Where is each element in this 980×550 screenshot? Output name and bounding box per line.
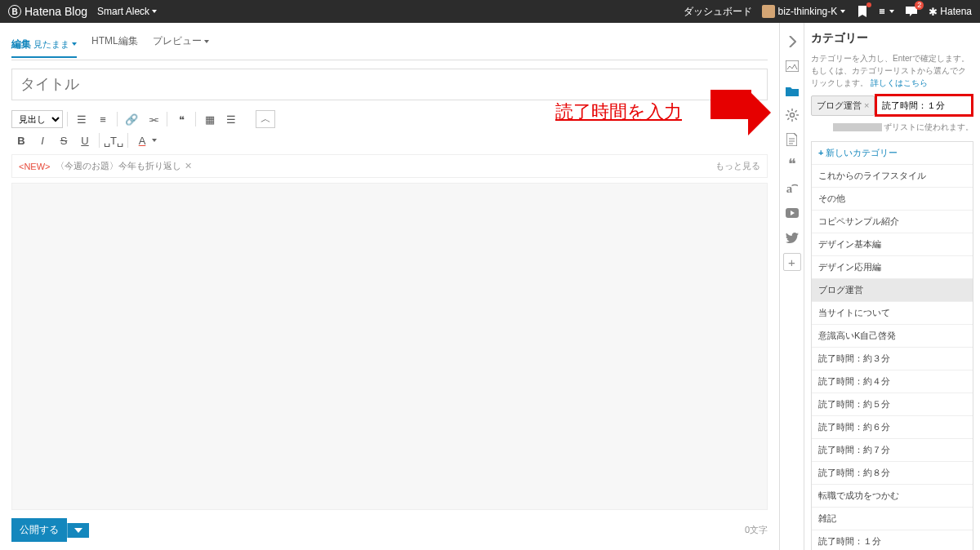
category-item[interactable]: 転職で成功をつかむ: [812, 485, 973, 508]
category-item[interactable]: 読了時間：約５分: [812, 393, 973, 416]
add-rail-icon[interactable]: +: [783, 253, 801, 271]
svg-rect-2: [884, 9, 885, 11]
tag-input-highlight: [875, 94, 973, 117]
youtube-icon[interactable]: [780, 201, 804, 225]
title-input[interactable]: [11, 69, 768, 100]
panel-title: カテゴリー: [811, 31, 973, 46]
svg-rect-4: [881, 11, 883, 12]
tab-edit-mode: 見たまま: [33, 38, 69, 51]
underline-icon[interactable]: U: [75, 131, 95, 149]
hatena-link[interactable]: ✱ Hatena: [929, 6, 972, 18]
user-menu[interactable]: biz-thinking-K: [762, 5, 846, 18]
category-item[interactable]: これからのライフスタイル: [812, 165, 973, 188]
editor-column: 編集 見たまま HTML編集 プレビュー 見出し ☰ ≡ 🔗 ⫘: [0, 23, 779, 550]
caret-down-icon: [204, 40, 209, 43]
tag-input-row: ブログ運営 ×: [811, 94, 973, 117]
blog-name-dropdown[interactable]: Smart Aleck: [97, 6, 157, 17]
category-item[interactable]: デザイン基本編: [812, 233, 973, 256]
hatena-brand: Hatena: [940, 6, 972, 17]
heading-select[interactable]: 見出し: [11, 110, 63, 128]
title-row: [11, 69, 768, 100]
char-count: 0文字: [745, 524, 768, 536]
chevron-right-icon[interactable]: [780, 29, 804, 54]
tag-chip[interactable]: ブログ運営 ×: [811, 95, 875, 116]
promo-new-label: <NEW>: [19, 162, 51, 171]
category-item[interactable]: コピペサンプル紹介: [812, 211, 973, 233]
category-list: 新しいカテゴリー これからのライフスタイルその他コピペサンプル紹介デザイン基本編…: [811, 141, 973, 550]
category-item[interactable]: 意識高いK自己啓発: [812, 325, 973, 348]
quote-icon[interactable]: ❝: [172, 110, 191, 128]
hatena-logo-icon: B: [8, 5, 21, 18]
dashboard-link[interactable]: ダッシュボード: [684, 5, 752, 19]
table-icon[interactable]: ▦: [200, 110, 220, 128]
hatena-blog-logo[interactable]: B Hatena Blog: [8, 5, 87, 18]
blog-name-label: Smart Aleck: [97, 6, 149, 17]
tag-remove-icon[interactable]: ×: [864, 100, 869, 110]
category-panel: カテゴリー カテゴリーを入力し、Enterで確定します。もしくは、カテゴリーリス…: [804, 23, 980, 550]
category-item[interactable]: 読了時間：１分: [812, 530, 973, 550]
amazon-icon[interactable]: a⁀: [780, 176, 804, 201]
document-icon[interactable]: [780, 127, 804, 152]
numbered-list-icon[interactable]: ≡: [93, 110, 113, 128]
tab-edit-label: 編集: [11, 38, 31, 51]
tab-html[interactable]: HTML編集: [91, 34, 138, 53]
promo-more-link[interactable]: もっと見る: [715, 160, 760, 172]
caret-down-icon: [72, 42, 77, 46]
svg-rect-3: [880, 11, 881, 12]
tab-preview-label: プレビュー: [153, 34, 202, 48]
tag-chip-label: ブログ運営: [817, 100, 862, 112]
font-size-icon[interactable]: ␣T␣: [104, 131, 123, 149]
font-color-icon[interactable]: A: [132, 131, 152, 149]
notification-icon[interactable]: 2: [904, 4, 919, 19]
bold-icon[interactable]: B: [11, 131, 31, 149]
category-item[interactable]: 当サイトについて: [812, 302, 973, 325]
panel-note-text: ずリストに使われます。: [884, 122, 973, 131]
twitter-icon[interactable]: [780, 225, 804, 250]
gear-icon[interactable]: [780, 103, 804, 127]
svg-rect-7: [881, 12, 883, 14]
collapse-toolbar-icon[interactable]: ︿: [256, 110, 275, 128]
bullet-list-icon[interactable]: ☰: [72, 110, 91, 128]
grey-block: [833, 123, 882, 131]
notif-badge: 2: [915, 1, 924, 10]
link-icon[interactable]: 🔗: [122, 110, 141, 128]
unlink-icon[interactable]: ⫘: [143, 110, 163, 128]
category-item[interactable]: 読了時間：約７分: [812, 439, 973, 462]
apps-grid-icon[interactable]: [880, 4, 894, 19]
category-input[interactable]: [879, 98, 969, 113]
category-item[interactable]: その他: [812, 188, 973, 211]
category-item[interactable]: 雑記: [812, 508, 973, 530]
publish-options-button[interactable]: [67, 523, 89, 538]
bookmark-icon[interactable]: [855, 4, 870, 19]
close-icon[interactable]: ✕: [185, 161, 192, 171]
format-toolbar: 見出し ☰ ≡ 🔗 ⫘ ❝ ▦ ☰ ︿ B I S U: [11, 109, 768, 154]
logo-text: Hatena Blog: [24, 5, 87, 18]
category-item[interactable]: デザイン応用編: [812, 256, 973, 279]
caret-down-icon: [889, 10, 894, 13]
tab-preview[interactable]: プレビュー: [153, 34, 209, 53]
category-item[interactable]: 読了時間：約８分: [812, 462, 973, 485]
quote-rail-icon[interactable]: ❝: [780, 152, 804, 176]
promo-banner: <NEW> 〈今週のお題〉今年も折り返し ✕ もっと見る: [11, 154, 768, 178]
italic-icon[interactable]: I: [33, 131, 52, 149]
editor-body[interactable]: [11, 183, 768, 510]
publish-button[interactable]: 公開する: [11, 518, 67, 542]
avatar: [762, 5, 775, 18]
category-item[interactable]: 読了時間：約３分: [812, 348, 973, 370]
caret-down-icon: [152, 139, 157, 142]
publish-label: 公開する: [20, 523, 59, 537]
category-item[interactable]: 読了時間：約６分: [812, 416, 973, 439]
editor-footer: 公開する 0文字: [11, 510, 768, 550]
panel-help-link[interactable]: 詳しくはこちら: [871, 78, 928, 87]
image-icon[interactable]: [780, 54, 804, 78]
strike-icon[interactable]: S: [54, 131, 74, 149]
add-category-item[interactable]: 新しいカテゴリー: [812, 142, 973, 165]
tab-edit[interactable]: 編集 見たまま: [11, 38, 77, 58]
svg-rect-9: [786, 60, 799, 72]
hr-icon[interactable]: ☰: [221, 110, 241, 128]
caret-down-icon: [840, 10, 845, 13]
category-item[interactable]: ブログ運営: [812, 279, 973, 302]
category-item[interactable]: 読了時間：約４分: [812, 370, 973, 393]
folder-icon[interactable]: [780, 78, 804, 103]
header-right: ダッシュボード biz-thinking-K 2 ✱ Hatena: [684, 4, 972, 19]
